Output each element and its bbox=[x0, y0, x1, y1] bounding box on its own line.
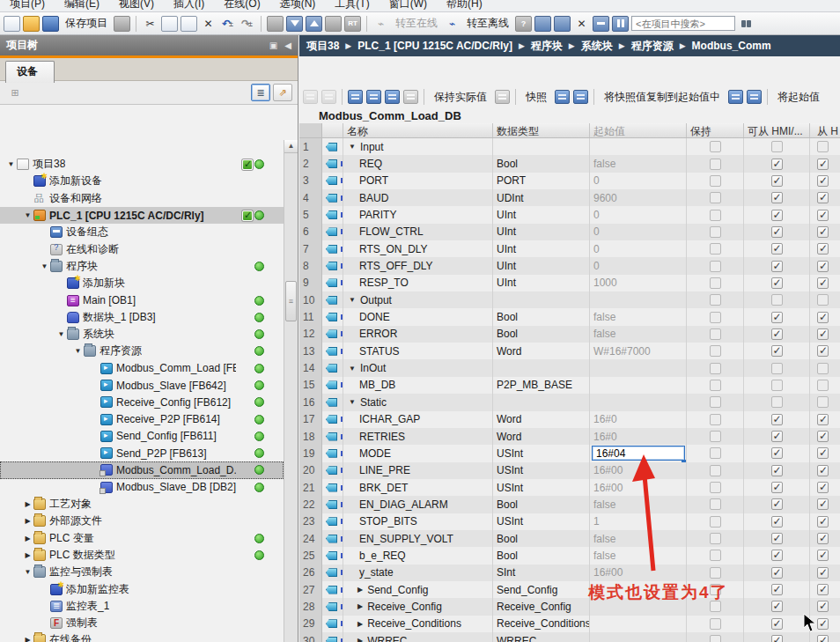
tree-scrollbar[interactable]: ▲ ≡ bbox=[284, 140, 298, 642]
expand-arrow-icon[interactable]: ▶ bbox=[22, 551, 33, 559]
retain-checkbox[interactable] bbox=[710, 635, 721, 642]
hmi-writable-checkbox[interactable] bbox=[817, 618, 829, 630]
hmi-accessible-checkbox[interactable] bbox=[771, 567, 783, 579]
new-project-icon[interactable] bbox=[4, 16, 20, 32]
tree-item[interactable]: 添加新块 bbox=[0, 275, 284, 291]
data-type-cell[interactable]: UInt bbox=[493, 275, 590, 291]
retain-checkbox[interactable] bbox=[710, 261, 721, 272]
name-cell[interactable]: STOP_BITS bbox=[343, 513, 493, 530]
hmi-writable-checkbox[interactable] bbox=[817, 175, 829, 187]
data-type-cell[interactable]: PORT bbox=[493, 173, 590, 189]
column-header[interactable]: 数据类型 bbox=[493, 123, 590, 137]
hmi-writable-checkbox[interactable] bbox=[817, 277, 829, 289]
start-value-cell[interactable]: 0 bbox=[590, 206, 687, 223]
data-type-cell[interactable] bbox=[493, 291, 590, 308]
data-type-cell[interactable]: UInt bbox=[493, 224, 590, 240]
hmi-writable-checkbox[interactable] bbox=[817, 226, 829, 238]
start-value-cell[interactable]: 16#0 bbox=[590, 428, 687, 445]
retain-checkbox[interactable] bbox=[710, 159, 721, 170]
data-type-cell[interactable]: Word bbox=[493, 343, 590, 359]
table-row[interactable]: 14▼InOut bbox=[299, 359, 840, 376]
name-cell[interactable]: y_state bbox=[343, 565, 493, 581]
column-header[interactable]: 名称 bbox=[343, 123, 493, 137]
column-header[interactable]: 从 H bbox=[810, 123, 840, 137]
hmi-accessible-checkbox[interactable] bbox=[771, 141, 783, 152]
name-cell[interactable]: ▼InOut bbox=[343, 359, 493, 376]
editor-tool-icon[interactable] bbox=[303, 90, 318, 104]
expand-arrow-icon[interactable]: ▶ bbox=[22, 500, 33, 508]
tree-item[interactable]: ▼系统块 bbox=[0, 326, 284, 343]
name-cell[interactable]: RESP_TO bbox=[343, 275, 493, 291]
menu-item[interactable]: 视图(V) bbox=[109, 0, 164, 12]
name-cell[interactable]: PARITY bbox=[343, 206, 493, 223]
diagnostics-icon[interactable]: ? bbox=[515, 16, 532, 32]
data-type-cell[interactable]: WRREC bbox=[493, 632, 590, 642]
export-view-icon[interactable]: ⇗ bbox=[273, 84, 292, 101]
data-type-cell[interactable] bbox=[493, 359, 590, 376]
expand-arrow-icon[interactable]: ▶ bbox=[22, 636, 33, 642]
name-cell[interactable]: ▼Static bbox=[343, 394, 493, 410]
retain-checkbox[interactable] bbox=[710, 482, 721, 493]
hmi-writable-checkbox[interactable] bbox=[817, 380, 829, 391]
tree-item[interactable]: Modbus_Slave [FB642] bbox=[0, 377, 284, 394]
tree-item[interactable]: ▼PLC_1 [CPU 1215C AC/DC/Rly] bbox=[0, 207, 284, 224]
hmi-accessible-checkbox[interactable] bbox=[771, 498, 783, 510]
retain-checkbox[interactable] bbox=[710, 277, 721, 289]
hmi-writable-checkbox[interactable] bbox=[817, 328, 829, 340]
split-horizontal-icon[interactable] bbox=[593, 16, 609, 32]
table-row[interactable]: 13STATUSWordW#16#7000 bbox=[299, 343, 840, 359]
table-row[interactable]: 17ICHAR_GAPWord16#0 bbox=[299, 411, 840, 428]
start-value-cell[interactable] bbox=[590, 359, 687, 376]
search-input[interactable] bbox=[631, 16, 735, 31]
data-type-cell[interactable]: UInt bbox=[493, 206, 590, 223]
start-cpu-icon[interactable] bbox=[325, 16, 342, 32]
data-type-cell[interactable]: Bool bbox=[493, 308, 590, 325]
retain-checkbox[interactable] bbox=[710, 363, 721, 374]
retain-checkbox[interactable] bbox=[710, 414, 721, 425]
data-type-cell[interactable]: Word bbox=[493, 411, 590, 428]
hmi-accessible-checkbox[interactable] bbox=[771, 243, 783, 255]
pin-panel-icon[interactable]: ▣ bbox=[269, 41, 277, 50]
data-type-cell[interactable]: Bool bbox=[493, 547, 590, 564]
go-offline-icon[interactable]: ⌁ bbox=[444, 16, 461, 32]
print-icon[interactable] bbox=[114, 16, 130, 32]
editor-tool-icon[interactable] bbox=[348, 90, 363, 104]
tree-item[interactable]: 添加新监控表 bbox=[0, 580, 284, 597]
sort-icon[interactable]: ⊞ bbox=[5, 84, 25, 101]
hmi-writable-checkbox[interactable] bbox=[817, 601, 829, 612]
column-header[interactable]: 起始值 bbox=[590, 123, 687, 137]
hmi-accessible-checkbox[interactable] bbox=[771, 312, 783, 323]
table-row[interactable]: 23STOP_BITSUSInt1 bbox=[299, 513, 840, 530]
name-cell[interactable]: ▶Receive_Conditions bbox=[343, 616, 493, 632]
struct-expand-icon[interactable]: ▶ bbox=[357, 586, 363, 594]
data-type-cell[interactable]: Bool bbox=[493, 326, 590, 343]
retain-checkbox[interactable] bbox=[710, 533, 721, 544]
hmi-accessible-checkbox[interactable] bbox=[771, 192, 783, 203]
start-value-cell[interactable]: 0 bbox=[590, 173, 687, 189]
editor-tool-button[interactable]: 快照 bbox=[521, 90, 551, 105]
hmi-writable-checkbox[interactable] bbox=[817, 396, 829, 408]
hmi-writable-checkbox[interactable] bbox=[817, 465, 829, 476]
start-value-cell[interactable]: false bbox=[590, 155, 687, 172]
tree-item[interactable]: Receive_Config [FB612] bbox=[0, 394, 284, 410]
table-row[interactable]: 28▶Receive_ConfigReceive_Config bbox=[299, 598, 840, 615]
retain-checkbox[interactable] bbox=[710, 396, 721, 408]
copy-icon[interactable] bbox=[161, 16, 178, 32]
expand-arrow-icon[interactable]: ▼ bbox=[5, 160, 17, 168]
hmi-accessible-checkbox[interactable] bbox=[771, 363, 783, 374]
struct-expand-icon[interactable]: ▶ bbox=[357, 602, 363, 610]
breadcrumb-item[interactable]: 程序资源 bbox=[631, 39, 674, 54]
hmi-writable-checkbox[interactable] bbox=[817, 159, 829, 170]
hmi-accessible-checkbox[interactable] bbox=[771, 396, 783, 408]
table-row[interactable]: 19MODEUSInt bbox=[299, 445, 840, 461]
tree-item[interactable]: Modbus_Comm_Load [FB.. bbox=[0, 360, 284, 377]
tree-item[interactable]: 在线和诊断 bbox=[0, 240, 284, 257]
redo-icon[interactable]: ↷± bbox=[239, 16, 255, 32]
editor-tool-button[interactable]: 将起始值 bbox=[773, 90, 824, 105]
editor-tool-icon[interactable] bbox=[385, 90, 400, 104]
tree-item[interactable]: ▶外部源文件 bbox=[0, 513, 284, 529]
cut-icon[interactable]: ✂ bbox=[142, 16, 158, 32]
table-row[interactable]: 4BAUDUDInt9600 bbox=[299, 189, 840, 206]
upload-icon[interactable] bbox=[306, 16, 322, 32]
table-row[interactable]: 3PORTPORT0 bbox=[299, 173, 840, 189]
